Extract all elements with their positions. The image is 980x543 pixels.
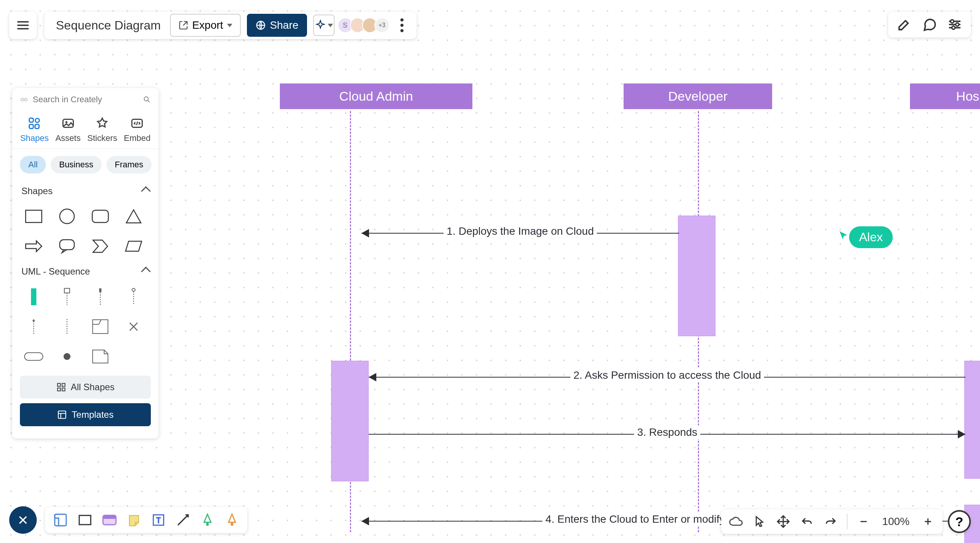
tool-sticky[interactable] [126, 512, 142, 528]
tab-embed[interactable]: Embed [124, 116, 151, 143]
shape-chevron[interactable] [90, 236, 111, 257]
activation-bar[interactable] [331, 361, 369, 481]
arrow-head-icon [361, 229, 369, 237]
actor-hospitals[interactable]: Hospitals [910, 83, 980, 109]
tab-stickers[interactable]: Stickers [87, 116, 117, 143]
undo-button[interactable] [799, 514, 815, 529]
uml-lifeline-open[interactable] [123, 286, 144, 307]
tool-pen[interactable] [199, 512, 216, 528]
tool-highlighter[interactable] [224, 512, 240, 528]
arrow-head-icon [958, 430, 965, 438]
collaborator-cursor-alex: Alex [838, 225, 893, 248]
svg-rect-35 [79, 515, 91, 525]
arrow-head-icon [369, 373, 376, 381]
zoom-level[interactable]: 100% [880, 515, 912, 528]
shape-parallelogram[interactable] [123, 236, 144, 257]
chevron-up-icon [141, 267, 150, 276]
chip-business[interactable]: Business [51, 156, 101, 173]
svg-rect-14 [26, 210, 42, 222]
uml-note[interactable] [90, 346, 111, 367]
templates-icon [57, 410, 67, 420]
section-shapes-header[interactable]: Shapes [12, 180, 158, 202]
uml-destroy[interactable] [123, 316, 144, 337]
cloud-sync-icon[interactable] [728, 514, 743, 529]
svg-point-1 [951, 20, 954, 23]
svg-rect-27 [24, 353, 43, 360]
hamburger-icon [16, 18, 30, 32]
divider [847, 514, 848, 529]
uml-lifeline-box[interactable] [56, 286, 78, 307]
tab-assets[interactable]: Assets [56, 116, 81, 143]
globe-icon [255, 20, 266, 31]
uml-fragment[interactable] [90, 316, 111, 337]
svg-point-3 [952, 26, 955, 29]
actor-developer[interactable]: Developer [624, 83, 772, 109]
help-button[interactable]: ? [948, 510, 971, 533]
uml-filled-circle[interactable] [56, 346, 78, 367]
shape-tools-toolbar [45, 507, 247, 533]
settings-sliders-icon[interactable] [947, 17, 962, 32]
uml-lifeline-arrow[interactable] [23, 316, 44, 337]
zoom-in-button[interactable] [920, 514, 936, 529]
svg-point-15 [60, 209, 74, 224]
top-right-toolbar [888, 11, 971, 38]
edit-icon[interactable] [897, 17, 912, 32]
tool-text[interactable] [150, 512, 167, 528]
search-icon[interactable] [143, 94, 151, 105]
uml-lifeline-bar[interactable] [90, 286, 111, 307]
tool-rect[interactable] [77, 512, 93, 528]
tool-card[interactable] [101, 512, 118, 528]
chevron-up-icon [141, 186, 150, 196]
sparkle-icon [315, 20, 326, 31]
pan-tool[interactable] [776, 514, 791, 529]
section-uml-header[interactable]: UML - Sequence [12, 261, 158, 282]
ai-assistant-button[interactable] [313, 15, 335, 36]
shape-speech-bubble[interactable] [56, 236, 78, 257]
all-shapes-button[interactable]: All Shapes [20, 376, 151, 399]
shape-rectangle[interactable] [23, 206, 44, 227]
tool-connector[interactable] [175, 512, 191, 528]
shape-rounded-rect[interactable] [90, 206, 111, 227]
svg-rect-31 [57, 388, 60, 391]
zoom-out-button[interactable] [856, 514, 871, 529]
share-label: Share [270, 19, 299, 31]
more-options-button[interactable] [396, 16, 408, 34]
activation-bar[interactable] [678, 216, 715, 336]
svg-rect-29 [57, 383, 60, 386]
document-title[interactable]: Sequence Diagram [53, 18, 164, 33]
message-label: 1. Deploys the Image on Cloud [444, 224, 597, 238]
bottom-left-toolbar [9, 506, 247, 534]
uml-capsule[interactable] [23, 346, 44, 367]
search-input[interactable] [33, 95, 138, 105]
view-controls: 100% [721, 509, 942, 534]
tab-embed-label: Embed [124, 133, 151, 143]
shape-triangle[interactable] [123, 206, 144, 227]
basic-shapes-grid [12, 202, 158, 261]
svg-rect-5 [24, 98, 27, 101]
tab-stickers-label: Stickers [87, 133, 117, 143]
share-button[interactable]: Share [247, 14, 307, 37]
tab-shapes[interactable]: Shapes [20, 116, 49, 143]
comment-icon[interactable] [922, 17, 937, 32]
tab-shapes-label: Shapes [20, 133, 49, 143]
close-fab[interactable] [9, 506, 37, 534]
uml-lifeline-dash[interactable] [56, 316, 78, 337]
cursor-tool[interactable] [752, 514, 767, 529]
avatar-more[interactable]: +3 [374, 18, 390, 33]
shape-arrow-right[interactable] [23, 236, 44, 257]
templates-button[interactable]: Templates [20, 403, 151, 426]
collaborator-avatars[interactable]: S +3 [341, 18, 390, 33]
chip-all[interactable]: All [20, 156, 46, 173]
chip-frames[interactable]: Frames [106, 156, 152, 173]
uml-activation[interactable] [23, 286, 44, 307]
redo-button[interactable] [823, 514, 838, 529]
menu-button[interactable] [9, 11, 37, 39]
tool-frame[interactable] [52, 512, 69, 528]
actor-cloud-admin[interactable]: Cloud Admin [280, 83, 472, 109]
activation-bar[interactable] [964, 361, 980, 479]
svg-rect-17 [60, 240, 74, 250]
svg-point-28 [64, 353, 70, 360]
svg-point-12 [65, 121, 67, 123]
shape-circle[interactable] [56, 206, 78, 227]
export-button[interactable]: Export [170, 14, 241, 37]
